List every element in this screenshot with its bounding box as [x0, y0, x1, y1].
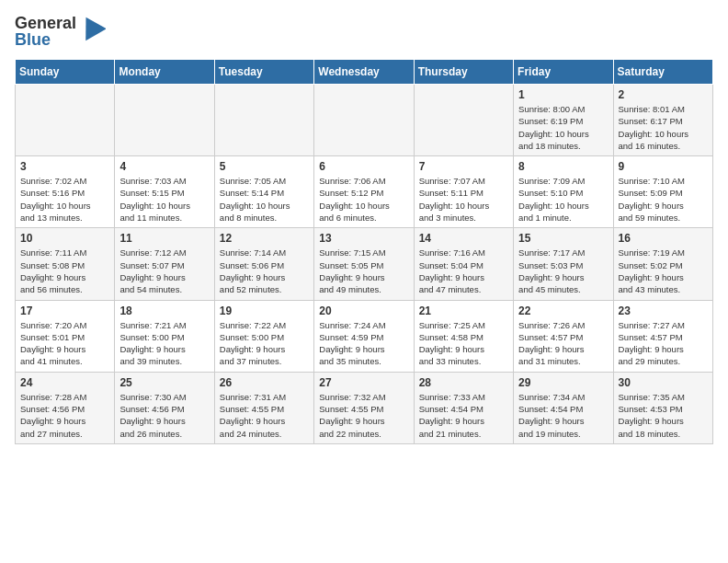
day-cell: 30Sunrise: 7:35 AM Sunset: 4:53 PM Dayli…	[613, 372, 712, 443]
header-day-saturday: Saturday	[613, 60, 712, 85]
day-info: Sunrise: 7:06 AM Sunset: 5:12 PM Dayligh…	[319, 175, 408, 224]
logo-general-text: General	[15, 15, 76, 31]
day-cell: 6Sunrise: 7:06 AM Sunset: 5:12 PM Daylig…	[314, 156, 414, 228]
day-cell: 2Sunrise: 8:01 AM Sunset: 6:17 PM Daylig…	[613, 85, 712, 156]
header-day-wednesday: Wednesday	[314, 60, 414, 85]
day-info: Sunrise: 7:15 AM Sunset: 5:05 PM Dayligh…	[319, 247, 408, 295]
day-cell	[16, 85, 115, 156]
day-number: 6	[319, 160, 408, 173]
header-day-thursday: Thursday	[414, 60, 513, 85]
day-number: 25	[119, 376, 209, 389]
day-number: 15	[518, 232, 608, 245]
day-cell: 22Sunrise: 7:26 AM Sunset: 4:57 PM Dayli…	[514, 300, 613, 372]
week-row-3: 17Sunrise: 7:20 AM Sunset: 5:01 PM Dayli…	[16, 300, 713, 372]
week-row-0: 1Sunrise: 8:00 AM Sunset: 6:19 PM Daylig…	[16, 85, 713, 156]
day-cell	[115, 85, 214, 156]
day-info: Sunrise: 7:10 AM Sunset: 5:09 PM Dayligh…	[619, 175, 708, 224]
day-info: Sunrise: 7:25 AM Sunset: 4:58 PM Dayligh…	[419, 319, 508, 368]
logo-icon	[78, 14, 106, 41]
day-cell: 19Sunrise: 7:22 AM Sunset: 5:00 PM Dayli…	[214, 300, 313, 372]
day-info: Sunrise: 7:14 AM Sunset: 5:06 PM Dayligh…	[220, 247, 309, 295]
day-info: Sunrise: 7:31 AM Sunset: 4:55 PM Dayligh…	[220, 391, 309, 440]
day-number: 8	[518, 160, 608, 173]
day-cell: 3Sunrise: 7:02 AM Sunset: 5:16 PM Daylig…	[16, 156, 115, 228]
day-number: 22	[518, 304, 608, 317]
day-info: Sunrise: 7:03 AM Sunset: 5:15 PM Dayligh…	[119, 175, 209, 224]
header-day-monday: Monday	[115, 60, 214, 85]
day-number: 12	[220, 232, 309, 245]
day-info: Sunrise: 7:16 AM Sunset: 5:04 PM Dayligh…	[419, 247, 508, 295]
day-cell: 5Sunrise: 7:05 AM Sunset: 5:14 PM Daylig…	[214, 156, 313, 228]
day-info: Sunrise: 7:22 AM Sunset: 5:00 PM Dayligh…	[220, 319, 309, 368]
day-number: 30	[619, 376, 708, 389]
day-info: Sunrise: 7:20 AM Sunset: 5:01 PM Dayligh…	[20, 319, 109, 368]
day-info: Sunrise: 7:32 AM Sunset: 4:55 PM Dayligh…	[319, 391, 408, 440]
header-row: SundayMondayTuesdayWednesdayThursdayFrid…	[16, 60, 713, 85]
day-number: 24	[20, 376, 109, 389]
header-day-sunday: Sunday	[16, 60, 115, 85]
day-number: 3	[20, 160, 109, 173]
day-info: Sunrise: 7:34 AM Sunset: 4:54 PM Dayligh…	[518, 391, 608, 440]
header: General Blue	[15, 15, 713, 48]
day-cell	[314, 85, 414, 156]
day-cell: 27Sunrise: 7:32 AM Sunset: 4:55 PM Dayli…	[314, 372, 414, 443]
day-info: Sunrise: 7:19 AM Sunset: 5:02 PM Dayligh…	[619, 247, 708, 295]
week-row-4: 24Sunrise: 7:28 AM Sunset: 4:56 PM Dayli…	[16, 372, 713, 443]
day-cell: 20Sunrise: 7:24 AM Sunset: 4:59 PM Dayli…	[314, 300, 414, 372]
logo: General Blue	[15, 15, 106, 48]
day-cell: 14Sunrise: 7:16 AM Sunset: 5:04 PM Dayli…	[414, 228, 513, 300]
day-number: 1	[518, 88, 608, 101]
day-info: Sunrise: 7:05 AM Sunset: 5:14 PM Dayligh…	[220, 175, 309, 224]
calendar: SundayMondayTuesdayWednesdayThursdayFrid…	[15, 59, 713, 444]
day-info: Sunrise: 8:01 AM Sunset: 6:17 PM Dayligh…	[619, 103, 708, 152]
day-cell: 12Sunrise: 7:14 AM Sunset: 5:06 PM Dayli…	[214, 228, 313, 300]
day-cell: 4Sunrise: 7:03 AM Sunset: 5:15 PM Daylig…	[115, 156, 214, 228]
day-cell: 8Sunrise: 7:09 AM Sunset: 5:10 PM Daylig…	[514, 156, 613, 228]
header-day-tuesday: Tuesday	[214, 60, 313, 85]
day-number: 28	[419, 376, 508, 389]
day-cell: 13Sunrise: 7:15 AM Sunset: 5:05 PM Dayli…	[314, 228, 414, 300]
day-info: Sunrise: 7:24 AM Sunset: 4:59 PM Dayligh…	[319, 319, 408, 368]
day-info: Sunrise: 7:07 AM Sunset: 5:11 PM Dayligh…	[419, 175, 508, 224]
day-info: Sunrise: 7:02 AM Sunset: 5:16 PM Dayligh…	[20, 175, 109, 224]
day-number: 29	[518, 376, 608, 389]
day-cell: 7Sunrise: 7:07 AM Sunset: 5:11 PM Daylig…	[414, 156, 513, 228]
day-number: 23	[619, 304, 708, 317]
day-cell: 21Sunrise: 7:25 AM Sunset: 4:58 PM Dayli…	[414, 300, 513, 372]
day-cell: 16Sunrise: 7:19 AM Sunset: 5:02 PM Dayli…	[613, 228, 712, 300]
day-number: 18	[119, 304, 209, 317]
day-number: 7	[419, 160, 508, 173]
day-number: 13	[319, 232, 408, 245]
day-cell: 25Sunrise: 7:30 AM Sunset: 4:56 PM Dayli…	[115, 372, 214, 443]
calendar-header: SundayMondayTuesdayWednesdayThursdayFrid…	[16, 60, 713, 85]
day-info: Sunrise: 7:12 AM Sunset: 5:07 PM Dayligh…	[119, 247, 209, 295]
day-cell: 1Sunrise: 8:00 AM Sunset: 6:19 PM Daylig…	[514, 85, 613, 156]
header-day-friday: Friday	[514, 60, 613, 85]
day-info: Sunrise: 7:30 AM Sunset: 4:56 PM Dayligh…	[119, 391, 209, 440]
day-number: 10	[20, 232, 109, 245]
svg-marker-0	[78, 14, 106, 40]
day-cell	[414, 85, 513, 156]
day-info: Sunrise: 7:33 AM Sunset: 4:54 PM Dayligh…	[419, 391, 508, 440]
day-cell: 28Sunrise: 7:33 AM Sunset: 4:54 PM Dayli…	[414, 372, 513, 443]
day-cell: 10Sunrise: 7:11 AM Sunset: 5:08 PM Dayli…	[16, 228, 115, 300]
day-cell: 18Sunrise: 7:21 AM Sunset: 5:00 PM Dayli…	[115, 300, 214, 372]
day-info: Sunrise: 7:35 AM Sunset: 4:53 PM Dayligh…	[619, 391, 708, 440]
day-number: 16	[619, 232, 708, 245]
day-number: 5	[220, 160, 309, 173]
day-info: Sunrise: 7:27 AM Sunset: 4:57 PM Dayligh…	[619, 319, 708, 368]
day-cell: 29Sunrise: 7:34 AM Sunset: 4:54 PM Dayli…	[514, 372, 613, 443]
day-info: Sunrise: 7:11 AM Sunset: 5:08 PM Dayligh…	[20, 247, 109, 295]
day-number: 27	[319, 376, 408, 389]
week-row-2: 10Sunrise: 7:11 AM Sunset: 5:08 PM Dayli…	[16, 228, 713, 300]
day-number: 21	[419, 304, 508, 317]
day-cell: 11Sunrise: 7:12 AM Sunset: 5:07 PM Dayli…	[115, 228, 214, 300]
day-cell: 15Sunrise: 7:17 AM Sunset: 5:03 PM Dayli…	[514, 228, 613, 300]
day-cell: 23Sunrise: 7:27 AM Sunset: 4:57 PM Dayli…	[613, 300, 712, 372]
day-info: Sunrise: 7:26 AM Sunset: 4:57 PM Dayligh…	[518, 319, 608, 368]
day-number: 9	[619, 160, 708, 173]
week-row-1: 3Sunrise: 7:02 AM Sunset: 5:16 PM Daylig…	[16, 156, 713, 228]
day-info: Sunrise: 7:17 AM Sunset: 5:03 PM Dayligh…	[518, 247, 608, 295]
day-cell: 9Sunrise: 7:10 AM Sunset: 5:09 PM Daylig…	[613, 156, 712, 228]
day-number: 2	[619, 88, 708, 101]
